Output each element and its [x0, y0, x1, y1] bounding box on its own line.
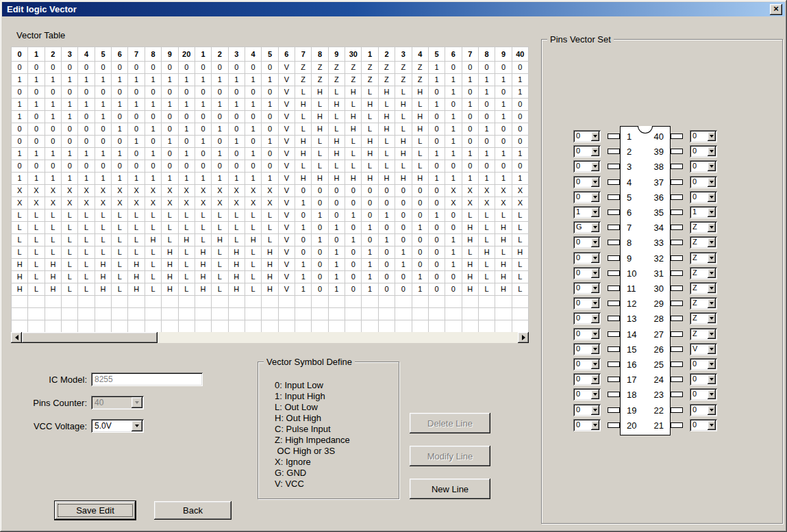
grid-cell[interactable]: L — [512, 259, 529, 271]
grid-cell[interactable]: 0 — [95, 160, 112, 173]
grid-cell[interactable]: L — [245, 259, 262, 271]
pin-12-combo[interactable]: 0 — [573, 297, 601, 309]
grid-cell[interactable]: 0 — [28, 136, 45, 148]
grid-cell[interactable]: 1 — [379, 210, 395, 222]
grid-cell[interactable]: 0 — [312, 185, 328, 197]
grid-cell[interactable]: L — [479, 283, 495, 296]
grid-cell[interactable]: 1 — [179, 148, 195, 160]
grid-cell[interactable]: L — [262, 234, 278, 246]
grid-cell[interactable]: 1 — [462, 173, 479, 185]
grid-cell[interactable]: V — [279, 123, 295, 136]
grid-cell[interactable]: L — [262, 210, 278, 222]
grid-cell[interactable]: 0 — [145, 86, 162, 99]
pin-25-dropdown-button[interactable] — [708, 359, 716, 369]
grid-cell[interactable]: 1 — [128, 136, 145, 148]
grid-cell[interactable]: X — [62, 197, 78, 210]
grid-cell[interactable]: 0 — [262, 86, 278, 99]
pin-14-combo[interactable]: 0 — [573, 328, 601, 340]
grid-cell[interactable]: 0 — [495, 62, 512, 74]
grid-cell[interactable]: L — [112, 210, 128, 222]
grid-cell[interactable]: 1 — [212, 99, 228, 111]
grid-cell[interactable]: H — [295, 136, 312, 148]
grid-cell[interactable]: 0 — [429, 283, 445, 296]
grid-cell[interactable]: 0 — [28, 111, 45, 123]
grid-cell[interactable]: V — [279, 234, 295, 246]
grid-cell[interactable]: 0 — [429, 123, 445, 136]
grid-cell[interactable]: X — [12, 185, 28, 197]
pin-26-combo[interactable]: V — [690, 343, 717, 355]
pin-38-combo[interactable]: 0 — [690, 160, 717, 173]
grid-cell[interactable]: 1 — [512, 74, 529, 86]
scrollbar-thumb[interactable] — [22, 332, 158, 343]
grid-cell[interactable]: 0 — [412, 246, 429, 259]
grid-cell[interactable]: 0 — [262, 111, 278, 123]
grid-cell[interactable]: 1 — [45, 99, 62, 111]
grid-cell[interactable]: L — [362, 123, 378, 136]
grid-cell[interactable]: 0 — [78, 86, 95, 99]
grid-cell[interactable]: 0 — [479, 99, 495, 111]
grid-cell[interactable]: L — [112, 246, 128, 259]
grid-cell[interactable]: X — [95, 185, 112, 197]
grid-cell[interactable]: H — [128, 283, 145, 296]
grid-cell[interactable]: 0 — [195, 62, 212, 74]
grid-cell[interactable]: L — [145, 210, 162, 222]
grid-cell[interactable]: 0 — [412, 259, 429, 271]
grid-cell[interactable]: L — [62, 283, 78, 296]
grid-cell[interactable]: 1 — [295, 271, 312, 283]
grid-cell[interactable]: 0 — [128, 62, 145, 74]
grid-cell[interactable]: X — [12, 197, 28, 210]
grid-cell[interactable]: 0 — [245, 62, 262, 74]
grid-cell[interactable]: 0 — [262, 123, 278, 136]
grid-cell[interactable]: 1 — [145, 148, 162, 160]
grid-cell[interactable]: H — [395, 173, 412, 185]
grid-cell[interactable]: H — [495, 271, 512, 283]
grid-cell[interactable]: X — [162, 197, 178, 210]
grid-cell[interactable]: 1 — [445, 123, 462, 136]
grid-cell[interactable]: Z — [295, 74, 312, 86]
grid-cell[interactable]: H — [329, 136, 345, 148]
grid-cell[interactable]: L — [295, 111, 312, 123]
grid-cell[interactable]: 1 — [479, 173, 495, 185]
grid-cell[interactable]: L — [395, 160, 412, 173]
grid-cell[interactable]: X — [145, 197, 162, 210]
pin-16-combo[interactable]: 0 — [573, 358, 601, 370]
pin-28-dropdown-button[interactable] — [708, 314, 716, 323]
grid-cell[interactable]: L — [262, 222, 278, 234]
pin-9-combo[interactable]: 0 — [573, 252, 601, 264]
pin-3-dropdown-button[interactable] — [591, 162, 599, 171]
pin-10-combo[interactable]: 0 — [573, 267, 601, 279]
pin-24-dropdown-button[interactable] — [708, 375, 716, 384]
grid-cell[interactable]: H — [229, 246, 245, 259]
grid-cell[interactable]: L — [512, 210, 529, 222]
grid-cell[interactable]: L — [28, 246, 45, 259]
grid-cell[interactable]: H — [162, 246, 178, 259]
grid-cell[interactable]: 0 — [78, 111, 95, 123]
grid-cell[interactable]: H — [162, 271, 178, 283]
grid-cell[interactable]: L — [12, 234, 28, 246]
grid-cell[interactable]: 1 — [445, 136, 462, 148]
grid-cell[interactable]: X — [245, 185, 262, 197]
pin-19-combo[interactable]: 0 — [573, 404, 601, 416]
grid-cell[interactable]: 1 — [295, 197, 312, 210]
grid-cell[interactable]: 1 — [445, 74, 462, 86]
grid-cell[interactable]: 1 — [245, 123, 262, 136]
grid-cell[interactable]: X — [495, 185, 512, 197]
grid-cell[interactable]: L — [512, 283, 529, 296]
grid-cell[interactable]: 1 — [195, 99, 212, 111]
grid-cell[interactable]: 1 — [62, 74, 78, 86]
grid-cell[interactable]: 1 — [295, 222, 312, 234]
grid-cell[interactable]: X — [495, 197, 512, 210]
grid-cell[interactable]: 0 — [28, 160, 45, 173]
grid-cell[interactable]: X — [45, 197, 62, 210]
grid-cell[interactable]: 1 — [245, 173, 262, 185]
grid-cell[interactable]: H — [229, 283, 245, 296]
grid-cell[interactable]: Z — [362, 62, 378, 74]
grid-cell[interactable]: V — [279, 185, 295, 197]
pin-32-combo[interactable]: Z — [690, 252, 717, 264]
grid-cell[interactable]: 1 — [195, 136, 212, 148]
pin-30-dropdown-button[interactable] — [708, 283, 716, 293]
grid-cell[interactable]: 0 — [479, 136, 495, 148]
grid-cell[interactable]: L — [512, 222, 529, 234]
grid-cell[interactable]: H — [95, 283, 112, 296]
grid-cell[interactable]: 0 — [329, 210, 345, 222]
